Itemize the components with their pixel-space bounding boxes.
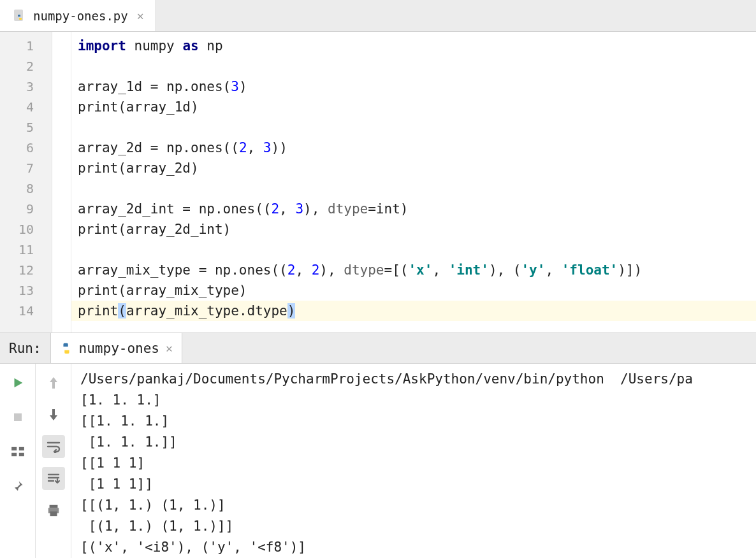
line-number: 13 <box>0 280 52 301</box>
code-line[interactable]: import numpy as np <box>78 36 756 56</box>
console-line: [1. 1. 1.]] <box>80 432 756 453</box>
soft-wrap-button[interactable] <box>42 435 65 458</box>
console-line: [1 1 1]] <box>80 474 756 495</box>
code-line[interactable]: array_1d = np.ones(3) <box>78 76 756 97</box>
console-line: [[(1, 1.) (1, 1.)] <box>80 495 756 516</box>
code-line[interactable]: array_2d_int = np.ones((2, 3), dtype=int… <box>78 199 756 219</box>
close-run-tab-icon[interactable]: ✕ <box>166 341 173 355</box>
code-area[interactable]: import numpy as np array_1d = np.ones(3)… <box>71 32 756 333</box>
run-config-name: numpy-ones <box>79 341 159 356</box>
code-line[interactable] <box>78 240 756 260</box>
line-number: 5 <box>0 117 52 138</box>
console-line: /Users/pankaj/Documents/PycharmProjects/… <box>80 369 756 390</box>
python-run-icon <box>60 342 73 355</box>
rerun-button[interactable] <box>6 371 29 394</box>
code-line[interactable]: array_2d = np.ones((2, 3)) <box>78 138 756 158</box>
line-number: 9 <box>0 199 52 219</box>
run-toolbar-right <box>36 364 71 558</box>
console-line: [(1, 1.) (1, 1.)]] <box>80 516 756 537</box>
pin-button[interactable] <box>6 475 29 497</box>
file-tab[interactable]: numpy-ones.py ✕ <box>0 0 156 31</box>
print-button[interactable] <box>42 499 65 522</box>
run-config-tab[interactable]: numpy-ones ✕ <box>50 333 182 363</box>
line-number: 2 <box>0 56 52 76</box>
code-line[interactable] <box>78 117 756 138</box>
svg-rect-4 <box>18 447 24 450</box>
line-number: 4 <box>0 97 52 117</box>
svg-rect-1 <box>14 413 22 421</box>
line-number: 6 <box>0 138 52 158</box>
editor-margin <box>52 32 71 333</box>
run-tool-window: Run: numpy-ones ✕ <box>0 333 756 558</box>
code-line[interactable] <box>78 178 756 199</box>
line-number: 10 <box>0 219 52 240</box>
layout-button[interactable] <box>6 440 29 463</box>
line-number: 1 <box>0 36 52 56</box>
code-line[interactable]: print(array_1d) <box>78 97 756 117</box>
console-line: [[1. 1. 1.] <box>80 411 756 432</box>
python-file-icon <box>13 9 27 23</box>
code-line[interactable]: array_mix_type = np.ones((2, 2), dtype=[… <box>78 260 756 280</box>
code-line[interactable]: print(array_mix_type) <box>78 280 756 301</box>
line-number: 7 <box>0 158 52 178</box>
svg-rect-6 <box>49 505 57 508</box>
line-number: 3 <box>0 76 52 97</box>
svg-rect-3 <box>11 453 17 456</box>
code-line[interactable] <box>78 56 756 76</box>
line-number-gutter: 1234567891011121314 <box>0 32 52 333</box>
code-line[interactable]: print(array_2d_int) <box>78 219 756 240</box>
console-output[interactable]: /Users/pankaj/Documents/PycharmProjects/… <box>71 364 756 558</box>
line-number: 8 <box>0 178 52 199</box>
file-tab-label: numpy-ones.py <box>33 9 128 23</box>
svg-rect-5 <box>18 453 24 456</box>
console-line: [[1 1 1] <box>80 453 756 474</box>
run-label: Run: <box>9 341 41 356</box>
run-body: /Users/pankaj/Documents/PycharmProjects/… <box>0 364 756 558</box>
code-editor[interactable]: 1234567891011121314 import numpy as np a… <box>0 32 756 333</box>
scroll-to-end-button[interactable] <box>42 467 65 490</box>
line-number: 11 <box>0 240 52 260</box>
line-number: 12 <box>0 260 52 280</box>
line-number: 14 <box>0 301 52 321</box>
console-line: [('x', '<i8'), ('y', '<f8')] <box>80 537 756 558</box>
code-line[interactable]: print(array_mix_type.dtype) <box>71 301 756 321</box>
svg-rect-2 <box>11 447 17 450</box>
up-arrow-button[interactable] <box>42 371 65 394</box>
console-line: [1. 1. 1.] <box>80 390 756 411</box>
svg-rect-8 <box>50 512 57 516</box>
code-line[interactable]: print(array_2d) <box>78 158 756 178</box>
down-arrow-button[interactable] <box>42 403 65 426</box>
close-tab-icon[interactable]: ✕ <box>134 9 147 22</box>
editor-tab-bar: numpy-ones.py ✕ <box>0 0 756 32</box>
run-toolbar-left <box>0 364 36 558</box>
run-header: Run: numpy-ones ✕ <box>0 333 756 364</box>
stop-button[interactable] <box>6 406 29 429</box>
